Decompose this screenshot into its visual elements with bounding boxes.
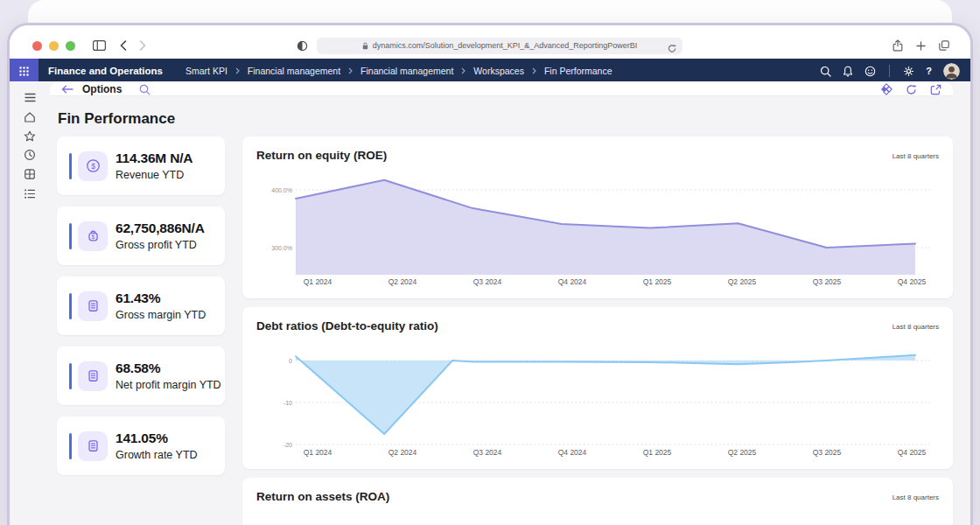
svg-text:Q2 2024: Q2 2024 [388, 277, 417, 286]
debt-chart-title: Debt ratios (Debt-to-equity ratio) [256, 319, 438, 332]
nav-favorites-button[interactable] [17, 126, 43, 145]
tab-overview-button[interactable] [939, 40, 949, 51]
settings-button[interactable] [903, 66, 914, 77]
refresh-icon [906, 84, 917, 95]
svg-text:Q3 2025: Q3 2025 [813, 277, 842, 286]
kpi-tile-revenue-ytd[interactable]: $ 114.36M N/A Revenue YTD [57, 136, 225, 195]
power-bi-button[interactable] [880, 83, 892, 95]
back-button[interactable] [61, 85, 74, 94]
action-pane-search-button[interactable] [139, 84, 150, 95]
svg-text:Q3 2025: Q3 2025 [813, 448, 842, 457]
nav-menu-button[interactable] [17, 88, 43, 107]
dollar-circle-icon: $ [78, 151, 108, 181]
minimize-button[interactable] [49, 41, 59, 51]
kpi-accent-bar [69, 363, 72, 389]
avatar-photo [943, 63, 960, 80]
kpi-tile-gross-profit-ytd[interactable]: $ 62,750,886N/A Gross profit YTD [57, 206, 225, 265]
background-window-strip [28, 0, 952, 23]
user-avatar[interactable] [943, 63, 960, 80]
svg-text:Q4 2025: Q4 2025 [898, 448, 927, 457]
chevron-right-icon [348, 67, 353, 74]
browser-forward-button[interactable] [139, 40, 146, 51]
document-lines-icon [78, 431, 108, 461]
privacy-shield-button[interactable] [297, 40, 308, 52]
app-launcher-button[interactable] [10, 59, 38, 83]
tabs-icon [939, 40, 949, 51]
task-list-icon [24, 188, 36, 200]
browser-toolbar-right [892, 39, 949, 52]
kpi-tile-gross-margin-ytd[interactable]: 61.43% Gross margin YTD [57, 276, 225, 335]
window-controls [32, 41, 75, 51]
breadcrumb-smart-kpi[interactable]: Smart KPI [186, 66, 228, 76]
svg-text:Q1 2024: Q1 2024 [304, 448, 332, 457]
kpi-tile-growth-rate-ytd[interactable]: 141.05% Growth rate YTD [57, 416, 225, 475]
page-refresh-button[interactable] [668, 41, 676, 57]
chevron-right-icon [139, 40, 146, 51]
panel-header: Return on assets (ROA) Last 8 quarters [256, 490, 939, 503]
breadcrumb-financial-management-2[interactable]: Financial management [360, 66, 453, 76]
svg-text:0: 0 [289, 358, 292, 364]
star-icon [24, 130, 36, 142]
notifications-button[interactable] [843, 66, 853, 77]
kpi-value: 62,750,886N/A [116, 220, 205, 236]
options-menu[interactable]: Options [82, 83, 122, 95]
debt-chart-badge: Last 8 quarters [892, 323, 939, 331]
open-external-icon [930, 84, 942, 95]
address-bar[interactable]: dynamics.com/Solution_development_KPI_&_… [317, 38, 682, 54]
breadcrumb-fin-performance[interactable]: Fin Performance [544, 66, 612, 76]
svg-text:Q4 2025: Q4 2025 [898, 277, 927, 286]
action-pane-right [880, 83, 942, 95]
breadcrumb-workspaces[interactable]: Workspaces [473, 66, 524, 76]
svg-text:Q1 2024: Q1 2024 [304, 277, 332, 286]
nav-workspaces-button[interactable] [17, 184, 43, 203]
kpi-text: 68.58% Net profit margin YTD [116, 360, 218, 391]
browser-sidebar-toggle[interactable] [93, 40, 106, 51]
roa-chart-badge: Last 8 quarters [892, 494, 939, 501]
kpi-value: 141.05% [116, 430, 198, 446]
hamburger-icon [24, 93, 36, 102]
share-icon [892, 39, 903, 52]
share-button[interactable] [892, 39, 903, 52]
nav-home-button[interactable] [17, 107, 43, 126]
svg-text:300.0%: 300.0% [271, 245, 292, 251]
kpi-text: 114.36M N/A Revenue YTD [116, 150, 192, 181]
svg-text:Q2 2025: Q2 2025 [728, 277, 757, 286]
new-tab-button[interactable] [916, 41, 926, 51]
roa-chart-title: Return on assets (ROA) [256, 490, 389, 503]
document-lines-icon [78, 291, 108, 321]
workspace-scroll-area: Fin Performance $ 114.36M N/A Revenue YT… [50, 96, 953, 525]
kpi-label: Gross margin YTD [116, 309, 206, 321]
kpi-tile-net-profit-margin-ytd[interactable]: 68.58% Net profit margin YTD [57, 346, 225, 405]
browser-window: dynamics.com/Solution_development_KPI_&_… [7, 23, 973, 525]
kpi-accent-bar [69, 223, 72, 249]
navbar-actions: ? [820, 63, 970, 80]
app-title[interactable]: Finance and Operations [38, 66, 175, 76]
svg-text:-10: -10 [284, 400, 292, 406]
refresh-workspace-button[interactable] [906, 84, 917, 95]
kpi-text: 62,750,886N/A Gross profit YTD [116, 220, 205, 251]
clock-icon [24, 149, 36, 161]
breadcrumb-financial-management-1[interactable]: Financial management [248, 66, 340, 76]
feedback-button[interactable] [864, 66, 876, 77]
navbar-divider [889, 65, 890, 77]
debt-ratio-chart-panel: Debt ratios (Debt-to-equity ratio) Last … [242, 307, 953, 469]
zoom-button[interactable] [66, 41, 75, 51]
open-in-new-button[interactable] [930, 84, 942, 95]
document-lines-icon [78, 361, 108, 391]
nav-recent-button[interactable] [17, 145, 43, 164]
close-button[interactable] [32, 41, 42, 51]
panel-header: Debt ratios (Debt-to-equity ratio) Last … [256, 319, 939, 332]
panel-header: Return on equity (ROE) Last 8 quarters [256, 149, 939, 162]
workspace-layout: $ 114.36M N/A Revenue YTD $ [57, 136, 953, 525]
help-button[interactable]: ? [926, 66, 932, 76]
home-icon [24, 111, 36, 122]
kpi-text: 61.43% Gross margin YTD [116, 290, 206, 321]
kpi-value: 61.43% [116, 290, 206, 306]
left-nav-rail [10, 81, 50, 525]
nav-modules-button[interactable] [17, 164, 43, 184]
svg-text:$: $ [91, 234, 94, 240]
svg-text:Q2 2024: Q2 2024 [388, 448, 417, 457]
navbar-search-button[interactable] [820, 66, 831, 77]
browser-back-button[interactable] [120, 40, 127, 51]
svg-text:Q1 2025: Q1 2025 [643, 448, 672, 457]
